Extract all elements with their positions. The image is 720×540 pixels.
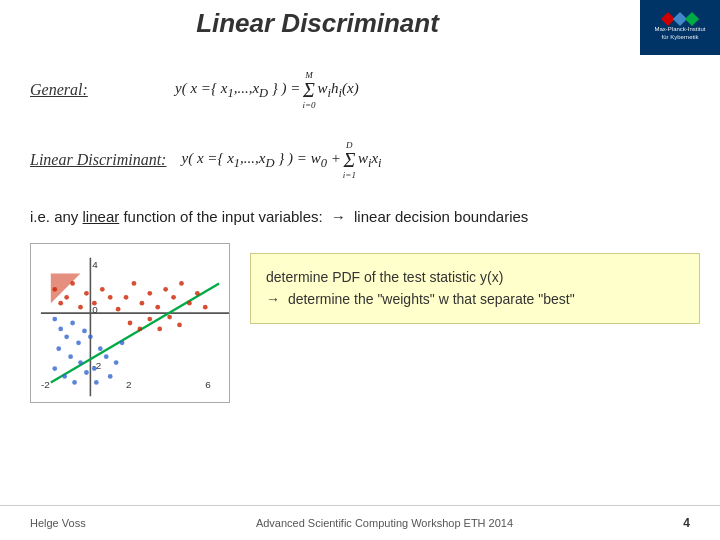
svg-point-14 [82,329,87,334]
logo: Max-Planck-Institut für Kybernetik [640,0,720,55]
svg-point-41 [132,281,137,286]
svg-point-39 [116,307,121,312]
svg-point-55 [167,315,172,320]
svg-point-23 [98,346,103,351]
main-content: General: y( x ={ x1,...,xD } ) = M Σ i=0… [30,60,700,500]
svg-point-21 [84,370,89,375]
footer-author: Helge Voss [30,517,86,529]
svg-point-38 [108,295,113,300]
ld-label: Linear Discriminant: [30,151,166,169]
general-formula: y( x ={ x1,...,xD } ) = M Σ i=0 wihi(x) [175,70,359,110]
footer-conference: Advanced Scientific Computing Workshop E… [256,517,513,529]
svg-point-16 [68,354,73,359]
svg-point-54 [157,327,162,332]
section-ld: Linear Discriminant: y( x ={ x1,...,xD }… [30,140,700,180]
svg-point-36 [92,301,97,306]
svg-point-20 [72,380,77,385]
svg-point-27 [114,360,119,365]
svg-point-13 [76,340,81,345]
svg-point-37 [100,287,105,292]
diamond-green [685,12,699,26]
footer-page: 4 [683,516,690,530]
svg-point-26 [94,380,99,385]
svg-point-48 [187,301,192,306]
svg-point-46 [171,295,176,300]
svg-point-12 [70,321,75,326]
svg-point-24 [104,354,109,359]
svg-point-29 [88,334,93,339]
svg-text:4: 4 [92,259,98,270]
page-title: Linear Discriminant [0,8,635,39]
svg-point-19 [62,374,67,379]
svg-line-8 [51,283,219,382]
svg-point-42 [140,301,145,306]
svg-text:2: 2 [126,379,132,390]
svg-point-22 [92,366,97,371]
ld-formula: y( x ={ x1,...,xD } ) = w0 + D Σ i=1 wix… [181,140,381,180]
section-general: General: y( x ={ x1,...,xD } ) = M Σ i=0… [30,70,700,110]
info-line1: determine PDF of the test statistic y(x) [266,266,684,288]
general-label: General: [30,81,160,99]
svg-point-17 [78,360,83,365]
svg-point-10 [58,327,63,332]
svg-point-43 [147,291,152,296]
svg-text:6: 6 [205,379,211,390]
svg-point-25 [108,374,113,379]
svg-point-52 [138,327,143,332]
svg-point-32 [64,295,69,300]
svg-point-53 [147,317,152,322]
logo-text: Max-Planck-Institut für Kybernetik [654,26,705,42]
svg-text:0: 0 [92,304,98,315]
scatter-svg: -2 2 6 4 0 -2 [31,244,229,402]
scatter-plot: -2 2 6 4 0 -2 [30,243,230,403]
svg-point-30 [58,301,63,306]
lower-section: -2 2 6 4 0 -2 [30,243,700,403]
svg-point-56 [177,323,182,328]
svg-point-9 [52,317,57,322]
svg-point-45 [163,287,168,292]
svg-point-49 [195,291,200,296]
svg-point-51 [128,321,133,326]
svg-point-47 [179,281,184,286]
svg-point-28 [120,340,125,345]
svg-point-40 [124,295,129,300]
svg-point-15 [56,346,61,351]
svg-point-18 [52,366,57,371]
footer: Helge Voss Advanced Scientific Computing… [0,505,720,540]
svg-point-44 [155,305,160,310]
info-box: determine PDF of the test statistic y(x)… [250,253,700,324]
ie-line: i.e. any linear function of the input va… [30,208,700,225]
svg-point-11 [64,334,69,339]
svg-text:-2: -2 [41,379,50,390]
svg-point-34 [78,305,83,310]
svg-point-50 [203,305,208,310]
info-line2: → determine the "weights" w that separat… [266,288,684,310]
svg-point-35 [84,291,89,296]
logo-diamonds [663,14,697,24]
